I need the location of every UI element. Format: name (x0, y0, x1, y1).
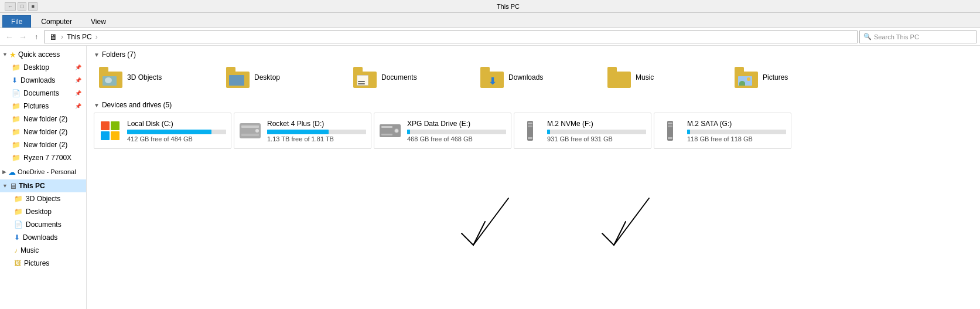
content-area: ▼ Folders (7) 3D Objects (87, 46, 980, 309)
folder-item-3dobjects[interactable]: 3D Objects (94, 62, 220, 93)
sidebar-item-newfolder3[interactable]: 📁 New folder (2) (0, 138, 86, 151)
pin-icon-downloads: 📌 (75, 77, 81, 83)
folder-documents-pc-icon: 📄 (14, 220, 23, 229)
drive-item-f[interactable]: M.2 NVMe (F:) 931 GB free of 931 GB (514, 113, 651, 149)
folder-downloads-icon: ⬇ (12, 76, 18, 84)
drive-d-free: 1.13 TB free of 1.81 TB (267, 135, 366, 142)
drives-toggle[interactable]: ▼ (94, 102, 100, 108)
sidebar-item-downloads-pc[interactable]: ⬇ Downloads (0, 231, 86, 244)
folder-ryzen-icon: 📁 (12, 154, 21, 162)
sidebar-item-music[interactable]: ♪ Music (0, 244, 86, 257)
sidebar-music-label: Music (21, 246, 39, 254)
drive-item-d[interactable]: Rocket 4 Plus (D:) 1.13 TB free of 1.81 … (234, 113, 371, 149)
breadcrumb-thispc[interactable]: This PC (67, 33, 92, 41)
folders-toggle[interactable]: ▼ (94, 52, 100, 58)
sidebar-item-desktop-pc[interactable]: 📁 Desktop (0, 205, 86, 218)
drive-e-free: 468 GB free of 468 GB (407, 135, 506, 142)
folder-item-downloads[interactable]: ⬇ Downloads (475, 62, 601, 93)
folder-3dobjects-name: 3D Objects (127, 73, 162, 82)
tab-file[interactable]: File (2, 15, 31, 28)
folder-pictures-name: Pictures (763, 73, 788, 82)
folders-grid: 3D Objects Desktop (94, 62, 973, 93)
pin-icon-documents: 📌 (75, 90, 81, 96)
drive-e-icon (379, 119, 401, 142)
drive-d-name: Rocket 4 Plus (D:) (267, 120, 366, 128)
pc-icon: 🖥 (49, 32, 57, 42)
sidebar-item-pictures-pc[interactable]: 🖼 Pictures (0, 257, 86, 270)
folder-desktop-name: Desktop (254, 73, 280, 82)
drive-f-icon (519, 119, 541, 142)
sidebar-item-documents-pc[interactable]: 📄 Documents (0, 218, 86, 231)
drive-d-icon (239, 119, 261, 142)
folder-downloads-name: Downloads (508, 73, 543, 82)
sidebar-documents-label: Documents (23, 89, 59, 97)
drive-g-bar-container (687, 130, 786, 134)
sidebar-item-ryzen[interactable]: 📁 Ryzen 7 7700X (0, 151, 86, 164)
drive-g-name: M.2 SATA (G:) (687, 120, 786, 128)
back-button[interactable]: ← (4, 31, 15, 43)
drive-item-g[interactable]: M.2 SATA (G:) 118 GB free of 118 GB (654, 113, 791, 149)
up-button[interactable]: ↑ (30, 31, 42, 43)
folders-section-label: Folders (7) (102, 50, 136, 59)
search-placeholder: Search This PC (874, 33, 919, 40)
drives-grid: Local Disk (C:) 412 GB free of 484 GB (94, 113, 973, 149)
drive-c-bar-container (127, 130, 226, 134)
folder-item-pictures[interactable]: Pictures (729, 62, 855, 93)
ribbon: File Computer View (0, 13, 980, 28)
sidebar-documents-pc-label: Documents (26, 220, 62, 229)
drive-d-bar-container (267, 130, 366, 134)
breadcrumb-bar[interactable]: 🖥 › This PC › (44, 30, 858, 43)
onedrive-item[interactable]: ▶ ☁ OneDrive - Personal (0, 165, 86, 178)
sidebar-item-newfolder2[interactable]: 📁 New folder (2) (0, 125, 86, 138)
sidebar-desktop-pc-label: Desktop (26, 208, 52, 216)
title-bar-controls[interactable]: ← □ ■ (5, 2, 37, 11)
drive-f-name: M.2 NVMe (F:) (547, 120, 646, 128)
sidebar-item-pictures-qa[interactable]: 📁 Pictures 📌 (0, 100, 86, 113)
sidebar-item-3dobjects[interactable]: 📁 3D Objects (0, 192, 86, 205)
folder-item-music[interactable]: ♪ Music (602, 62, 728, 93)
forward-button[interactable]: → (17, 31, 29, 43)
drive-e-bar (407, 130, 410, 134)
search-icon: 🔍 (863, 33, 872, 40)
drive-item-e[interactable]: XPG Data Drive (E:) 468 GB free of 468 G… (374, 113, 511, 149)
folder-item-documents[interactable]: Documents (348, 62, 474, 93)
folder-item-desktop[interactable]: Desktop (221, 62, 347, 93)
folder-music-icon-large: ♪ (607, 67, 631, 88)
folder-desktop-icon-large (226, 67, 250, 88)
drives-section-label: Devices and drives (5) (102, 101, 172, 109)
drive-e-name: XPG Data Drive (E:) (407, 120, 506, 128)
pin-icon-pictures: 📌 (75, 103, 81, 109)
sidebar-item-documents-qa[interactable]: 📄 Documents 📌 (0, 87, 86, 100)
drive-f-info: M.2 NVMe (F:) 931 GB free of 931 GB (547, 120, 646, 142)
tab-view[interactable]: View (82, 15, 115, 28)
drive-c-free: 412 GB free of 484 GB (127, 135, 226, 142)
quick-access-header[interactable]: ▼ ★ Quick access (0, 48, 86, 61)
folder-3d-icon-large (99, 67, 122, 88)
title-bar: ← □ ■ This PC (0, 0, 980, 13)
quick-access-label: Quick access (18, 50, 60, 59)
sidebar-newfolder2-label: New folder (2) (23, 128, 67, 136)
onedrive-label: OneDrive - Personal (18, 168, 76, 175)
drive-f-bar-container (547, 130, 646, 134)
onedrive-toggle: ▶ (2, 169, 6, 175)
sidebar-item-desktop-qa[interactable]: 📁 Desktop 📌 (0, 61, 86, 74)
sidebar-downloads-label: Downloads (21, 76, 55, 84)
this-pc-header[interactable]: ▼ 🖥 This PC (0, 179, 86, 192)
folder-desktop-icon: 📁 (12, 63, 21, 72)
folders-section-header[interactable]: ▼ Folders (7) (94, 50, 973, 59)
tab-computer[interactable]: Computer (32, 15, 81, 28)
sidebar-3dobjects-label: 3D Objects (26, 195, 60, 203)
drive-g-info: M.2 SATA (G:) 118 GB free of 118 GB (687, 120, 786, 142)
thispc-toggle: ▼ (2, 183, 8, 189)
drive-f-free: 931 GB free of 931 GB (547, 135, 646, 142)
drive-item-c[interactable]: Local Disk (C:) 412 GB free of 484 GB (94, 113, 231, 149)
search-bar[interactable]: 🔍 Search This PC (859, 30, 976, 43)
sidebar-item-downloads-qa[interactable]: ⬇ Downloads 📌 (0, 74, 86, 87)
sidebar-ryzen-label: Ryzen 7 7700X (23, 154, 71, 162)
drive-f-bar (547, 130, 550, 134)
drives-section-header[interactable]: ▼ Devices and drives (5) (94, 101, 973, 109)
drive-g-free: 118 GB free of 118 GB (687, 135, 786, 142)
folder-downloads-icon-large: ⬇ (480, 67, 504, 88)
drive-e-bar-container (407, 130, 506, 134)
sidebar-item-newfolder1[interactable]: 📁 New folder (2) (0, 113, 86, 125)
